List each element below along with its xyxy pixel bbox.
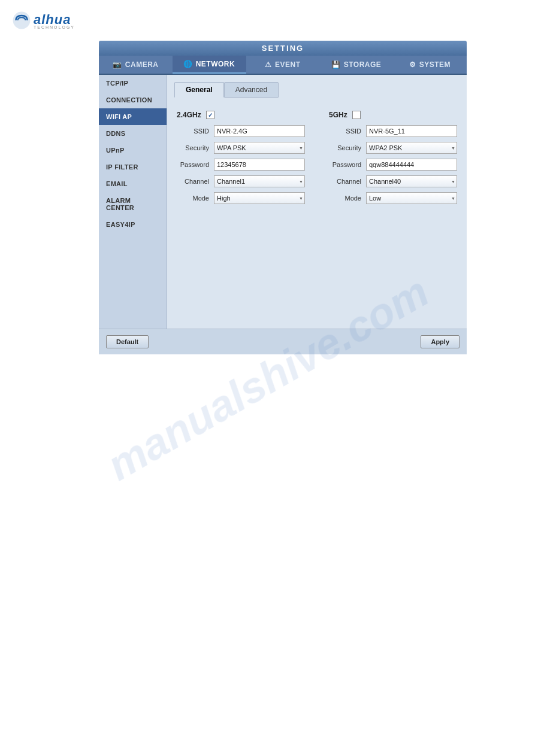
- tab-event-label: EVENT: [275, 60, 301, 69]
- channel-24-select-wrapper: Channel1 Channel2 Channel3 Channel4 Chan…: [214, 175, 305, 187]
- freq-5ghz-col: 5GHz SSID Security WPA PSK: [329, 111, 457, 209]
- nav-tabs: 📷 CAMERA 🌐 NETWORK ⚠ EVENT 💾 STORAGE ⚙ S…: [99, 56, 467, 75]
- system-icon: ⚙: [409, 60, 416, 69]
- mode-24-row: Mode High Medium Low: [177, 192, 305, 204]
- logo: alhua TECHNOLOGY: [12, 11, 523, 30]
- freq-24ghz-header: 2.4GHz: [177, 111, 305, 119]
- tab-advanced[interactable]: Advanced: [224, 82, 279, 98]
- wifi-form: 2.4GHz SSID Security WPA PSK: [174, 106, 460, 214]
- security-24-select[interactable]: WPA PSK WPA2 PSK None: [214, 142, 305, 154]
- freq-24ghz-label: 2.4GHz: [177, 111, 201, 119]
- password-24-row: Password: [177, 159, 305, 171]
- password-24-input[interactable]: [214, 159, 305, 171]
- security-5-select-wrapper: WPA PSK WPA2 PSK None: [366, 142, 457, 154]
- sidebar: TCP/IP CONNECTION WIFI AP DDNS UPnP IP F…: [99, 75, 167, 329]
- logo-subtext: TECHNOLOGY: [34, 25, 75, 29]
- ssid-5-label: SSID: [329, 127, 366, 135]
- apply-button[interactable]: Apply: [421, 335, 460, 348]
- logo-area: alhua TECHNOLOGY: [0, 0, 535, 41]
- security-5-row: Security WPA PSK WPA2 PSK None: [329, 142, 457, 154]
- tab-system[interactable]: ⚙ SYSTEM: [393, 56, 467, 74]
- sidebar-item-easy4ip[interactable]: EASY4IP: [99, 216, 167, 233]
- storage-icon: 💾: [331, 60, 341, 69]
- mode-24-label: Mode: [177, 195, 214, 202]
- two-column-layout: 2.4GHz SSID Security WPA PSK: [177, 111, 457, 209]
- freq-5ghz-header: 5GHz: [329, 111, 457, 119]
- tab-event[interactable]: ⚠ EVENT: [246, 56, 320, 74]
- content-area: TCP/IP CONNECTION WIFI AP DDNS UPnP IP F…: [99, 75, 467, 329]
- mode-5-select-wrapper: High Medium Low: [366, 192, 457, 204]
- ssid-24-input[interactable]: [214, 125, 305, 137]
- security-5-label: Security: [329, 144, 366, 151]
- freq-24ghz-col: 2.4GHz SSID Security WPA PSK: [177, 111, 305, 209]
- logo-text: alhua: [34, 12, 71, 27]
- main-content-area: General Advanced 2.4GHz SSID: [167, 75, 467, 329]
- sidebar-item-wifiap[interactable]: WIFI AP: [99, 108, 167, 125]
- freq-5ghz-label: 5GHz: [329, 111, 347, 119]
- password-5-label: Password: [329, 161, 366, 168]
- tab-network-label: NETWORK: [196, 60, 235, 68]
- channel-24-label: Channel: [177, 178, 214, 185]
- tab-camera[interactable]: 📷 CAMERA: [99, 56, 173, 74]
- mode-5-row: Mode High Medium Low: [329, 192, 457, 204]
- security-24-label: Security: [177, 144, 214, 151]
- content-spacer: [174, 214, 460, 321]
- ssid-5-input[interactable]: [366, 125, 457, 137]
- sidebar-item-alarmcenter[interactable]: ALARM CENTER: [99, 192, 167, 216]
- mode-5-select[interactable]: High Medium Low: [366, 192, 457, 204]
- security-5-select[interactable]: WPA PSK WPA2 PSK None: [366, 142, 457, 154]
- sidebar-item-email[interactable]: EMAIL: [99, 175, 167, 192]
- tab-storage[interactable]: 💾 STORAGE: [319, 56, 393, 74]
- event-icon: ⚠: [265, 60, 272, 69]
- channel-5-select[interactable]: Channel36 Channel40 Channel44 Channel48: [366, 175, 457, 187]
- password-5-row: Password: [329, 159, 457, 171]
- password-24-label: Password: [177, 161, 214, 168]
- mode-24-select[interactable]: High Medium Low: [214, 192, 305, 204]
- tab-general[interactable]: General: [174, 82, 224, 98]
- default-button[interactable]: Default: [106, 335, 149, 348]
- logo-icon: [12, 11, 31, 30]
- sidebar-item-ipfilter[interactable]: IP FILTER: [99, 159, 167, 175]
- sidebar-item-ddns[interactable]: DDNS: [99, 125, 167, 142]
- channel-24-select[interactable]: Channel1 Channel2 Channel3 Channel4 Chan…: [214, 175, 305, 187]
- tab-network[interactable]: 🌐 NETWORK: [173, 56, 246, 74]
- mode-5-label: Mode: [329, 195, 366, 202]
- channel-5-select-wrapper: Channel36 Channel40 Channel44 Channel48: [366, 175, 457, 187]
- content-tab-bar: General Advanced: [174, 82, 460, 98]
- sidebar-item-upnp[interactable]: UPnP: [99, 142, 167, 159]
- freq-5ghz-checkbox[interactable]: [352, 111, 361, 119]
- bottom-bar: Default Apply: [99, 329, 467, 354]
- setting-header: SETTING: [99, 41, 467, 56]
- tab-storage-label: STORAGE: [344, 60, 382, 69]
- channel-5-row: Channel Channel36 Channel40 Channel44 Ch…: [329, 175, 457, 187]
- sidebar-item-connection[interactable]: CONNECTION: [99, 92, 167, 108]
- password-5-input[interactable]: [366, 159, 457, 171]
- channel-24-row: Channel Channel1 Channel2 Channel3 Chann…: [177, 175, 305, 187]
- ssid-24-row: SSID: [177, 125, 305, 137]
- freq-24ghz-checkbox[interactable]: [206, 111, 214, 119]
- channel-5-label: Channel: [329, 178, 366, 185]
- camera-icon: 📷: [113, 60, 122, 69]
- security-24-select-wrapper: WPA PSK WPA2 PSK None: [214, 142, 305, 154]
- security-24-row: Security WPA PSK WPA2 PSK None: [177, 142, 305, 154]
- tab-camera-label: CAMERA: [125, 60, 159, 69]
- tab-system-label: SYSTEM: [419, 60, 451, 69]
- sidebar-item-tcpip[interactable]: TCP/IP: [99, 75, 167, 92]
- network-icon: 🌐: [183, 60, 193, 68]
- main-container: SETTING 📷 CAMERA 🌐 NETWORK ⚠ EVENT 💾 STO…: [99, 41, 467, 354]
- ssid-24-label: SSID: [177, 127, 214, 135]
- ssid-5-row: SSID: [329, 125, 457, 137]
- mode-24-select-wrapper: High Medium Low: [214, 192, 305, 204]
